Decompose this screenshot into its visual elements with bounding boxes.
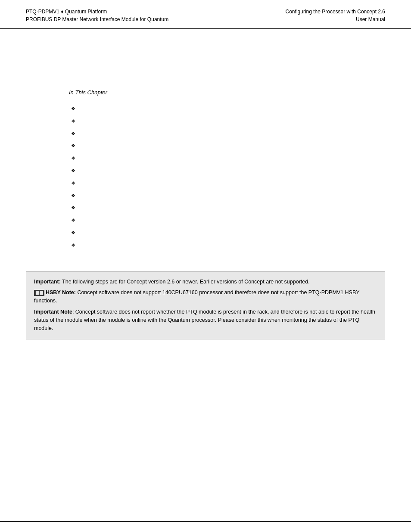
list-item <box>69 191 385 200</box>
chapter-title: In This Chapter <box>69 89 385 96</box>
list-item <box>69 228 385 237</box>
hsby-label: HSBY Note: <box>46 289 76 296</box>
page: PTQ-PDPMV1 ♦ Quantum Platform PROFIBUS D… <box>0 0 411 532</box>
notice-box: Important: The following steps are for C… <box>26 271 385 339</box>
notice-important: Important: The following steps are for C… <box>34 278 377 286</box>
list-item <box>69 104 385 113</box>
list-item <box>69 203 385 212</box>
page-footer <box>0 521 411 532</box>
list-item <box>69 141 385 150</box>
important-label: Important: <box>34 279 61 285</box>
list-item <box>69 129 385 138</box>
important-text: The following steps are for Concept vers… <box>61 279 310 285</box>
important-note-text: : Concept software does not report wheth… <box>34 309 375 332</box>
header-right-line1: Configuring the Processor with Concept 2… <box>286 8 385 16</box>
bullet-list <box>69 104 385 250</box>
header-right: Configuring the Processor with Concept 2… <box>286 8 385 23</box>
hsby-icon: ▩▩ <box>34 290 44 296</box>
header-row: PTQ-PDPMV1 ♦ Quantum Platform PROFIBUS D… <box>26 8 385 23</box>
important-note-label: Important Note <box>34 309 72 315</box>
list-item <box>69 154 385 163</box>
list-item <box>69 117 385 126</box>
notice-important-note: Important Note: Concept software does no… <box>34 308 377 333</box>
list-item <box>69 179 385 188</box>
list-item <box>69 241 385 250</box>
header-left: PTQ-PDPMV1 ♦ Quantum Platform PROFIBUS D… <box>26 8 168 23</box>
list-item <box>69 166 385 175</box>
header-right-line2: User Manual <box>286 16 385 23</box>
chapter-intro: In This Chapter <box>69 89 385 250</box>
notice-hsby: ▩▩HSBY Note: Concept software does not s… <box>34 289 377 305</box>
header-left-line1: PTQ-PDPMV1 ♦ Quantum Platform <box>26 8 168 16</box>
main-content: In This Chapter Important: The following… <box>0 29 411 521</box>
hsby-text: Concept software does not support 140CPU… <box>34 289 359 304</box>
list-item <box>69 216 385 225</box>
header-left-line2: PROFIBUS DP Master Network Interface Mod… <box>26 16 168 23</box>
page-header: PTQ-PDPMV1 ♦ Quantum Platform PROFIBUS D… <box>0 0 411 29</box>
